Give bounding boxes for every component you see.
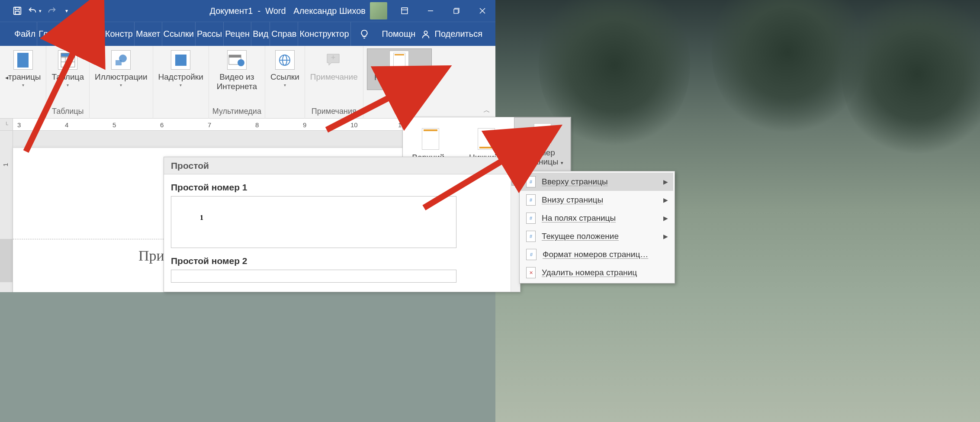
menu-remove-page-numbers[interactable]: ✕ Удалить номера страниц	[521, 264, 673, 282]
save-button[interactable]	[10, 4, 24, 18]
comment-button[interactable]: + Примечание	[308, 48, 360, 84]
doc-icon: #	[526, 194, 536, 206]
svg-rect-20	[229, 55, 241, 58]
menu-bottom-of-page[interactable]: # Внизу страницы▶	[521, 191, 673, 209]
tab-design[interactable]: Констр	[104, 22, 135, 46]
gallery-item-1-preview[interactable]: 1	[171, 196, 456, 248]
menu-format-page-numbers[interactable]: # Формат номеров страниц…	[521, 245, 673, 264]
comment-icon: +	[324, 50, 344, 70]
gallery-scrollbar[interactable]: ▴	[511, 174, 520, 292]
gallery-item-1-title: Простой номер 1	[171, 182, 513, 193]
svg-text:+: +	[331, 53, 336, 62]
svg-rect-2	[15, 11, 19, 14]
account-area[interactable]: Александр Шихов	[293, 2, 387, 19]
user-name: Александр Шихов	[293, 6, 366, 16]
window-title: Документ1 - Word	[209, 6, 286, 16]
vertical-ruler[interactable]: 1 1	[0, 131, 13, 292]
format-icon: #	[526, 249, 537, 260]
ribbon-display-options-button[interactable]	[392, 0, 418, 22]
menu-current-position[interactable]: # Текущее положение▶	[521, 227, 673, 245]
remove-icon: ✕	[526, 267, 536, 278]
gallery-item-2-preview[interactable]	[171, 270, 456, 283]
svg-point-10	[424, 31, 427, 34]
pages-button[interactable]: ◂траницы ▾	[3, 48, 42, 89]
shapes-icon	[111, 50, 131, 70]
doc-icon: #	[526, 213, 536, 224]
tab-layout[interactable]: Макет	[135, 22, 162, 46]
header-icon	[422, 128, 439, 150]
redo-button[interactable]	[45, 4, 59, 18]
ribbon: ◂траницы ▾ Таблица ▾ Таблицы Иллюстрац	[0, 46, 495, 119]
tab-contextual[interactable]: Конструктор	[298, 22, 350, 46]
svg-point-21	[238, 59, 244, 66]
page-number-menu: # Вверху страницы▶ # Внизу страницы▶ # Н…	[519, 171, 675, 283]
illustrations-button[interactable]: Иллюстрации ▾	[93, 48, 149, 89]
share-button[interactable]: Поделиться	[421, 29, 482, 39]
tab-mailings[interactable]: Рассы	[196, 22, 224, 46]
tab-references[interactable]: Ссылки	[162, 22, 196, 46]
video-icon	[227, 50, 247, 70]
header-footer-button[interactable]: Колонтитулы ▾	[367, 48, 432, 90]
page-number-icon: #	[534, 123, 551, 145]
page-icon	[13, 50, 33, 70]
svg-rect-16	[61, 53, 75, 57]
page-number-gallery: Простой Простой номер 1 1 Простой номер …	[164, 157, 521, 292]
gallery-category-header: Простой	[164, 157, 520, 174]
document-text: При	[138, 248, 164, 264]
doc-icon: #	[526, 176, 536, 187]
tell-me-icon[interactable]	[360, 29, 369, 39]
footer-icon	[478, 128, 495, 150]
svg-point-18	[119, 55, 127, 62]
restore-button[interactable]	[443, 0, 469, 22]
svg-rect-1	[15, 7, 19, 10]
titlebar: ▾ ▾ Документ1 - Word Александр Шихов	[0, 0, 495, 22]
person-icon	[421, 29, 431, 39]
help-label[interactable]: Помощн	[382, 29, 416, 39]
online-video-button[interactable]: Видео изИнтернета	[215, 48, 259, 93]
customize-qat-button[interactable]: ▾	[62, 4, 71, 18]
svg-rect-7	[454, 9, 458, 13]
svg-rect-4	[402, 8, 408, 10]
gallery-item-2-title: Простой номер 2	[171, 256, 513, 266]
collapse-ribbon-button[interactable]: ︿	[483, 106, 492, 115]
close-button[interactable]	[469, 0, 495, 22]
menu-top-of-page[interactable]: # Вверху страницы▶	[521, 173, 673, 191]
avatar	[370, 2, 387, 19]
svg-rect-3	[402, 8, 408, 14]
tab-view[interactable]: Вид	[251, 22, 270, 46]
doc-icon: #	[526, 231, 536, 242]
header-footer-icon	[389, 51, 409, 70]
link-icon	[275, 50, 295, 70]
menu-page-margins[interactable]: # На полях страницы▶	[521, 209, 673, 227]
table-button[interactable]: Таблица ▾	[50, 48, 86, 89]
addins-icon	[171, 50, 190, 70]
minimize-button[interactable]	[418, 0, 443, 22]
tab-home[interactable]: Главна	[37, 22, 68, 46]
tab-file[interactable]: Файл	[13, 22, 37, 46]
quick-access-toolbar: ▾ ▾	[0, 4, 71, 18]
addins-button[interactable]: Надстройки ▾	[157, 48, 205, 89]
tab-help[interactable]: Справ	[270, 22, 298, 46]
ruler-corner: └	[0, 119, 13, 131]
tab-review[interactable]: Рецен	[224, 22, 251, 46]
ribbon-tabs: Файл Главна Вставка Констр Макет Ссылки …	[0, 22, 495, 46]
page-number-button[interactable]: # Номерстраницы ▾	[514, 117, 571, 173]
tab-insert[interactable]: Вставка	[68, 22, 103, 46]
undo-button[interactable]: ▾	[28, 4, 42, 18]
links-button[interactable]: Ссылки ▾	[269, 48, 301, 89]
table-icon	[58, 50, 77, 70]
